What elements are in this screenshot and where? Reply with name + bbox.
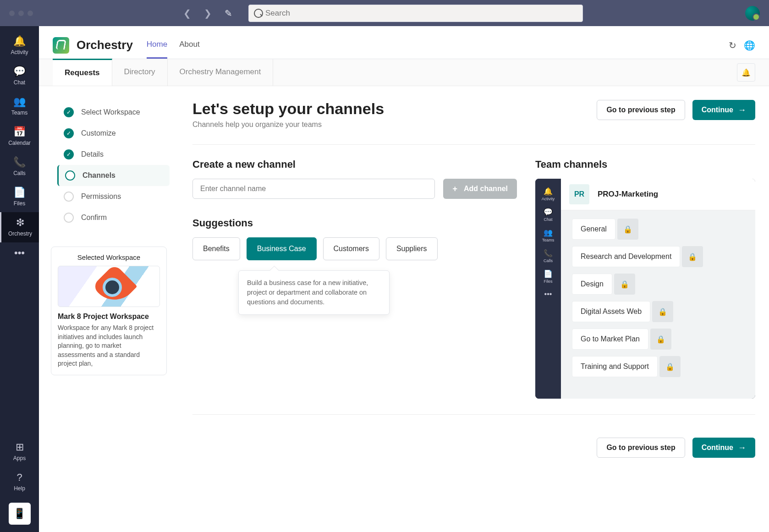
phone-icon: 📞 xyxy=(535,249,561,258)
rail-label: Activity xyxy=(11,49,28,55)
subtabs: Requests Directory Orchestry Management xyxy=(53,59,273,86)
rail-label: Orchestry xyxy=(8,230,32,237)
team-badge: PR xyxy=(569,184,589,204)
step-label: Permissions xyxy=(81,192,121,201)
compose-button[interactable]: ✎ xyxy=(225,8,232,19)
tab-home[interactable]: Home xyxy=(147,40,167,59)
lock-icon: 🔒 xyxy=(617,219,638,240)
lock-icon: 🔒 xyxy=(614,274,635,295)
mini-files: 📄Files xyxy=(535,267,561,286)
notifications-button[interactable]: 🔔 xyxy=(737,63,755,82)
rail-activity[interactable]: 🔔Activity xyxy=(0,31,39,61)
mini-rail: 🔔Activity 💬Chat 👥Teams 📞Calls 📄Files ••• xyxy=(535,179,561,399)
continue-label: Continue xyxy=(702,444,733,452)
step-select-workspace[interactable]: ✓Select Workspace xyxy=(57,102,170,123)
prev-step-button-footer[interactable]: Go to previous step xyxy=(597,438,685,458)
chip-suppliers[interactable]: Suppliers xyxy=(386,237,438,260)
channel-row: Training and Support🔒 xyxy=(572,356,744,377)
channel-row: Design🔒 xyxy=(572,274,744,295)
footer-actions: Go to previous step Continue→ xyxy=(192,428,755,458)
rail-calls[interactable]: 📞Calls xyxy=(0,152,39,182)
rail-apps[interactable]: ⊞Apps xyxy=(0,437,39,467)
teams-icon: 👥 xyxy=(535,228,561,237)
add-channel-button[interactable]: +Add channel xyxy=(443,179,517,199)
lock-icon: 🔒 xyxy=(682,246,703,267)
forward-button[interactable]: ❯ xyxy=(200,6,215,21)
step-customize[interactable]: ✓Customize xyxy=(57,123,170,144)
chip-customers[interactable]: Customers xyxy=(323,237,379,260)
plus-icon: + xyxy=(452,184,457,194)
orchestry-icon: ❇ xyxy=(1,217,39,229)
search-wrap xyxy=(248,5,583,22)
teams-preview: 🔔Activity 💬Chat 👥Teams 📞Calls 📄Files •••… xyxy=(535,179,755,399)
app-header-actions: ↻ 🌐 xyxy=(729,40,755,51)
subtab-management[interactable]: Orchestry Management xyxy=(168,59,274,86)
continue-button-footer[interactable]: Continue→ xyxy=(692,438,755,458)
channel-row: Go to Market Plan🔒 xyxy=(572,329,744,350)
avatar[interactable] xyxy=(745,6,760,21)
channel-name-input[interactable] xyxy=(192,179,435,199)
chip-business-case[interactable]: Business Case xyxy=(247,237,317,260)
phone-icon: 📞 xyxy=(0,156,39,168)
back-button[interactable]: ❮ xyxy=(180,6,195,21)
mini-activity: 🔔Activity xyxy=(535,184,561,204)
page-actions: Go to previous step Continue→ xyxy=(597,100,755,120)
create-heading: Create a new channel xyxy=(192,159,517,170)
mini-calls: 📞Calls xyxy=(535,246,561,266)
step-channels[interactable]: Channels xyxy=(57,165,170,186)
globe-icon[interactable]: 🌐 xyxy=(744,40,755,51)
continue-label: Continue xyxy=(702,106,733,114)
tab-about[interactable]: About xyxy=(179,40,199,59)
rail-orchestry[interactable]: ❇Orchestry xyxy=(0,212,39,242)
team-title: PROJ-Marketing xyxy=(598,190,658,199)
rail-chat[interactable]: 💬Chat xyxy=(0,61,39,91)
refresh-icon[interactable]: ↻ xyxy=(729,40,736,51)
check-icon: ✓ xyxy=(64,128,74,138)
rail-teams[interactable]: 👥Teams xyxy=(0,91,39,121)
app-name: Orchestry xyxy=(77,38,133,52)
rail-calendar[interactable]: 📅Calendar xyxy=(0,121,39,152)
channel-row: Research and Development🔒 xyxy=(572,246,744,267)
step-confirm[interactable]: Confirm xyxy=(57,207,170,228)
mini-more: ••• xyxy=(535,287,561,302)
rail-more[interactable]: ••• xyxy=(0,242,39,266)
channel-name: General xyxy=(572,219,615,240)
calendar-icon: 📅 xyxy=(0,126,39,138)
step-permissions[interactable]: Permissions xyxy=(57,186,170,207)
close-dot[interactable] xyxy=(9,11,15,16)
mobile-icon: 📱 xyxy=(13,508,26,520)
continue-button[interactable]: Continue→ xyxy=(692,100,755,120)
rail-mobile[interactable]: 📱 xyxy=(9,503,31,525)
lock-icon: 🔒 xyxy=(659,356,681,377)
bell-icon: 🔔 xyxy=(535,187,561,196)
step-label: Select Workspace xyxy=(81,108,140,116)
content: ✓Select Workspace ✓Customize ✓Details Ch… xyxy=(39,86,769,532)
file-icon: 📄 xyxy=(0,186,39,198)
rail-files[interactable]: 📄Files xyxy=(0,182,39,212)
rail-bottom: ⊞Apps ?Help 📱 xyxy=(0,437,39,532)
mini-chat: 💬Chat xyxy=(535,205,561,225)
chip-benefits[interactable]: Benefits xyxy=(192,237,240,260)
zoom-dot[interactable] xyxy=(27,11,33,16)
suggestion-tooltip: Build a business case for a new initiati… xyxy=(238,270,390,315)
page-head-row: Let's setup your channels Channels help … xyxy=(192,100,755,129)
chat-icon: 💬 xyxy=(535,208,561,216)
rail-help[interactable]: ?Help xyxy=(0,467,39,497)
current-step-icon xyxy=(65,170,75,181)
step-label: Details xyxy=(81,150,104,159)
subtab-requests[interactable]: Requests xyxy=(53,59,112,86)
subtab-directory[interactable]: Directory xyxy=(112,59,168,86)
rail-label: Apps xyxy=(13,455,26,461)
step-label: Confirm xyxy=(81,214,107,222)
channel-name: Go to Market Plan xyxy=(572,329,648,350)
suggestions-heading: Suggestions xyxy=(192,217,517,229)
more-icon: ••• xyxy=(535,290,561,298)
step-label: Channels xyxy=(82,171,115,180)
search-input[interactable] xyxy=(248,5,583,22)
subtabs-row: Requests Directory Orchestry Management … xyxy=(39,59,769,86)
more-icon: ••• xyxy=(0,247,39,259)
minimize-dot[interactable] xyxy=(18,11,24,16)
step-details[interactable]: ✓Details xyxy=(57,144,170,165)
team-channels-heading: Team channels xyxy=(535,159,755,170)
prev-step-button[interactable]: Go to previous step xyxy=(597,100,685,120)
